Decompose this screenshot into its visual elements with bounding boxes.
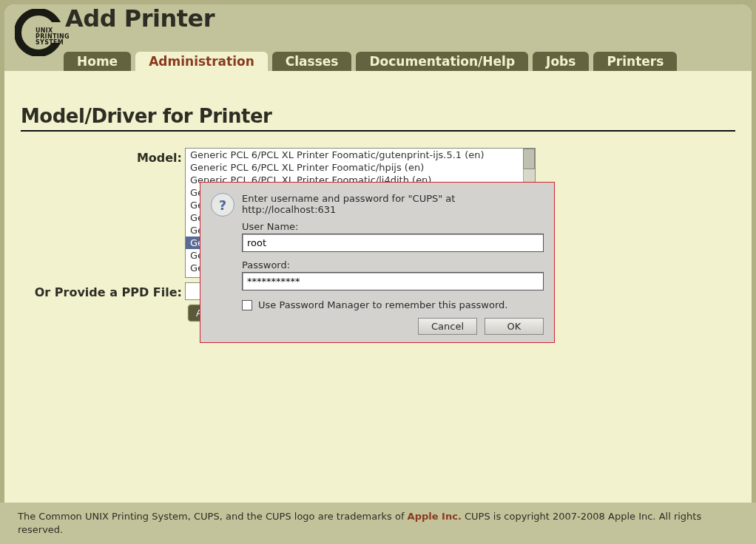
page-title: Add Printer [65,4,215,33]
cancel-button[interactable]: Cancel [418,318,477,335]
password-label: Password: [242,259,544,271]
tab-administration[interactable]: Administration [135,52,268,71]
model-option[interactable]: Generic PCL 6/PCL XL Printer Foomatic/gu… [186,149,535,161]
tab-classes[interactable]: Classes [272,52,352,71]
header-banner: UNIX PRINTING SYSTEM Add Printer HomeAdm… [4,4,752,71]
auth-prompt: Enter username and password for "CUPS" a… [242,193,544,215]
remember-checkbox[interactable] [242,300,252,310]
auth-dialog: ? Enter username and password for "CUPS"… [200,182,555,343]
footer-apple-link[interactable]: Apple Inc. [408,511,462,522]
ppd-label: Or Provide a PPD File: [21,282,185,299]
tab-jobs[interactable]: Jobs [533,52,589,71]
logo-text-3: SYSTEM [36,40,70,46]
password-input[interactable] [242,272,544,290]
cancel-button-label: Cancel [431,321,464,332]
tab-bar: HomeAdministrationClassesDocumentation/H… [64,52,677,71]
section-rule [21,130,735,132]
ok-button[interactable]: OK [485,318,544,335]
username-input[interactable] [242,234,544,252]
username-label: User Name: [242,221,544,232]
ok-button-label: OK [507,321,522,332]
remember-label: Use Password Manager to remember this pa… [258,299,507,310]
cups-logo: UNIX PRINTING SYSTEM [15,9,62,56]
tab-printers[interactable]: Printers [593,52,677,71]
tab-home[interactable]: Home [64,52,131,71]
model-option[interactable]: Generic PCL 6/PCL XL Printer Foomatic/hp… [186,161,535,174]
question-icon: ? [211,193,234,217]
model-scrollbar-thumb[interactable] [523,149,535,169]
footer-text-a: The Common UNIX Printing System, CUPS, a… [18,511,408,522]
footer: The Common UNIX Printing System, CUPS, a… [0,503,756,544]
section-title: Model/Driver for Printer [21,105,735,127]
tab-documentation-help[interactable]: Documentation/Help [356,52,528,71]
model-label: Model: [21,148,185,165]
